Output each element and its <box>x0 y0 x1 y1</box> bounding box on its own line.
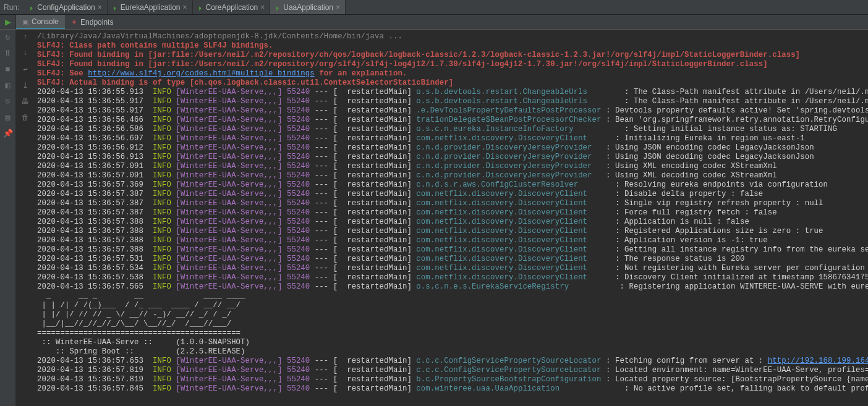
console-gutter: ↑ ↓ ↩ ⤓ 🖶 🗑 <box>16 30 35 406</box>
console-output[interactable]: /Library/Java/JavaVirtualMachines/adopto… <box>35 30 868 406</box>
run-tab-EurekaApplication[interactable]: EurekaApplication× <box>108 0 193 14</box>
scroll-end-icon[interactable]: ⤓ <box>20 80 30 90</box>
run-tab-label: CoreApplication <box>206 3 258 12</box>
run-config-bar: Run: ConfigApplication×EurekaApplication… <box>0 0 868 15</box>
pause-button[interactable]: ⏸ <box>3 48 13 58</box>
run-tab-label: UaaApplication <box>283 3 333 12</box>
clear-icon[interactable]: 🗑 <box>20 112 30 122</box>
layout-icon[interactable]: ▤ <box>3 112 13 122</box>
rerun-button[interactable]: ↻ <box>3 32 13 42</box>
run-icon <box>198 3 203 12</box>
print-icon[interactable]: 🖶 <box>20 96 30 106</box>
run-icon <box>29 3 35 12</box>
fold-down-icon[interactable]: ↓ <box>20 48 30 58</box>
pin-icon[interactable]: 📌 <box>3 129 13 138</box>
run-tabs: ConfigApplication×EurekaApplication×Core… <box>24 0 346 14</box>
tab-console[interactable]: Console <box>16 15 65 29</box>
wrap-icon[interactable]: ↩ <box>20 64 30 74</box>
run-tab-label: ConfigApplication <box>37 3 95 12</box>
run-tab-UaaApplication[interactable]: UaaApplication× <box>270 0 346 14</box>
fold-up-icon[interactable]: ↑ <box>20 32 30 42</box>
slf4j-link[interactable]: http://www.slf4j.org/codes.html#multiple… <box>88 69 315 78</box>
run-icon <box>275 3 281 12</box>
run-tab-CoreApplication[interactable]: CoreApplication× <box>193 0 271 14</box>
run-tab-label: EurekaApplication <box>121 3 181 12</box>
run-icon <box>113 3 118 12</box>
exit-icon[interactable]: ⎋ <box>3 96 13 106</box>
sub-tab-label: Endpoints <box>80 18 113 27</box>
endpoints-icon <box>71 18 77 27</box>
close-icon[interactable]: × <box>260 3 265 12</box>
sub-tab-label: Console <box>32 17 59 26</box>
close-icon[interactable]: × <box>98 3 102 12</box>
rerun-icon[interactable]: ▶ <box>3 17 13 27</box>
stop-button[interactable]: ■ <box>3 64 13 74</box>
console-icon <box>22 17 28 26</box>
run-label: Run: <box>0 3 24 12</box>
camera-icon[interactable]: ◧ <box>3 80 13 90</box>
run-gutter: ↻ ⏸ ■ ◧ ⎋ ▤ 📌 <box>0 30 16 406</box>
tool-sub-bar: ▶ ConsoleEndpoints <box>0 15 868 30</box>
config-server-link[interactable]: http://192.168.199.164:8888/ <box>768 357 868 365</box>
tab-endpoints[interactable]: Endpoints <box>65 15 119 29</box>
run-tab-ConfigApplication[interactable]: ConfigApplication× <box>24 0 107 14</box>
close-icon[interactable]: × <box>183 3 187 12</box>
close-icon[interactable]: × <box>336 3 340 12</box>
